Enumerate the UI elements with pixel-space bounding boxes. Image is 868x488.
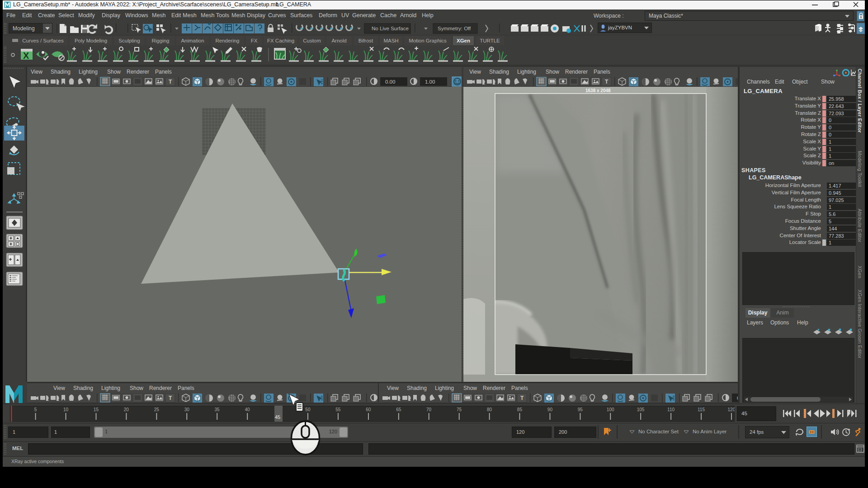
svg-text:No Live Surface: No Live Surface [372,26,409,31]
svg-text:{:}: {:} [858,447,862,452]
svg-text:25: 25 [154,407,160,412]
svg-text:110: 110 [667,407,675,412]
svg-text:1.00: 1.00 [425,79,435,84]
svg-text:T: T [169,395,172,401]
svg-text:10: 10 [63,407,69,412]
svg-text:105: 105 [637,407,645,412]
svg-text:Symmetry: Off: Symmetry: Off [438,26,471,31]
svg-text:T: T [169,79,172,85]
svg-text:30: 30 [184,407,190,412]
svg-text:85: 85 [517,407,523,412]
svg-text:100: 100 [607,407,614,412]
svg-text:20: 20 [124,407,129,412]
svg-text:70: 70 [426,407,432,412]
svg-text:T: T [520,395,524,401]
svg-text:T: T [605,79,609,85]
svg-text:1638 x 2048: 1638 x 2048 [585,88,611,93]
svg-text:115: 115 [698,407,705,412]
svg-text:95: 95 [578,407,583,412]
svg-text:40: 40 [245,407,250,412]
svg-text:90: 90 [547,407,553,412]
svg-text:X: X [23,51,29,61]
svg-text:15: 15 [94,407,99,412]
svg-text:80: 80 [487,407,492,412]
svg-text:60: 60 [366,407,371,412]
svg-text:0.00: 0.00 [385,79,395,84]
svg-text:35: 35 [215,407,220,412]
svg-text:75: 75 [457,407,462,412]
svg-text:65: 65 [396,407,401,412]
svg-text:5: 5 [34,407,37,412]
svg-text:120: 120 [728,407,735,412]
